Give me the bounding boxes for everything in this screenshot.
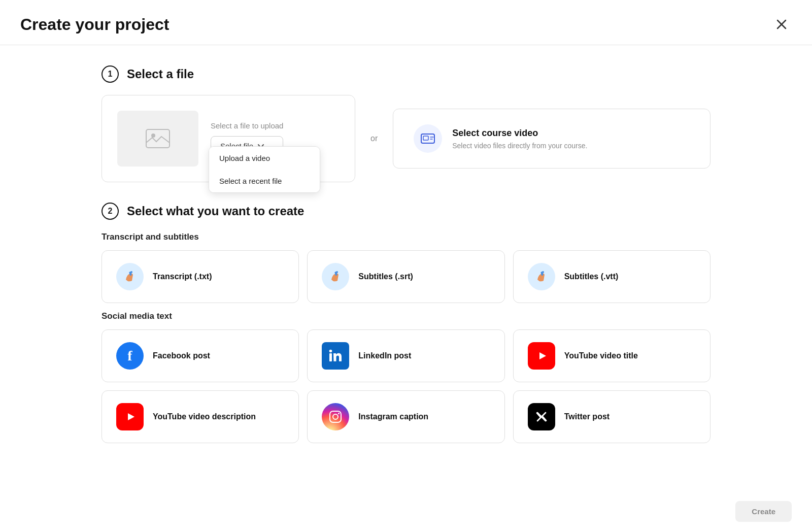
option-card-twitter-post[interactable]: Twitter post: [513, 390, 710, 443]
or-text: or: [370, 134, 378, 143]
svg-point-13: [336, 271, 338, 273]
svg-rect-17: [329, 353, 332, 361]
course-video-description: Select video files directly from your co…: [452, 142, 587, 150]
step-2-header: 2 Select what you want to create: [101, 203, 710, 220]
subtitles-vtt-icon: [528, 263, 555, 290]
course-video-card[interactable]: Select course video Select video files d…: [393, 109, 710, 169]
upload-card: Select a file to upload Select file Uplo…: [101, 95, 355, 182]
youtube-title-label: YouTube video title: [564, 351, 638, 360]
transcript-txt-icon: [116, 263, 144, 290]
create-button[interactable]: Create: [735, 501, 792, 522]
course-video-icon: [414, 124, 442, 153]
option-card-transcript-txt[interactable]: Transcript (.txt): [101, 250, 299, 303]
youtube-desc-label: YouTube video description: [153, 412, 256, 421]
step-2: 2 Select what you want to create Transcr…: [101, 203, 710, 443]
close-button[interactable]: [771, 14, 792, 35]
select-file-dropdown: Upload a video Select a recent file: [209, 146, 320, 193]
step-2-number: 2: [101, 203, 119, 220]
svg-rect-2: [146, 129, 170, 148]
svg-point-3: [151, 134, 155, 138]
svg-point-10: [130, 271, 132, 273]
image-placeholder: [117, 111, 198, 167]
facebook-icon: f: [116, 342, 144, 370]
linkedin-icon: [322, 342, 349, 370]
dialog-footer: Create: [715, 491, 812, 532]
option-card-youtube-desc[interactable]: YouTube video description: [101, 390, 299, 443]
svg-rect-5: [423, 136, 428, 140]
option-card-linkedin-post[interactable]: LinkedIn post: [307, 329, 504, 382]
dropdown-item-recent-file[interactable]: Select a recent file: [209, 170, 320, 192]
subtitles-srt-icon: [322, 263, 349, 290]
step-1: 1 Select a file Select a file to upload …: [101, 65, 710, 182]
transcript-section-label: Transcript and subtitles: [101, 232, 710, 242]
course-video-title: Select course video: [452, 128, 587, 139]
svg-point-25: [338, 413, 340, 414]
twitter-post-label: Twitter post: [564, 412, 610, 421]
instagram-icon: [322, 403, 349, 430]
option-card-subtitles-srt[interactable]: Subtitles (.srt): [307, 250, 504, 303]
social-media-section-label: Social media text: [101, 311, 710, 321]
svg-point-24: [333, 414, 338, 419]
option-card-facebook-post[interactable]: f Facebook post: [101, 329, 299, 382]
step-1-header: 1 Select a file: [101, 65, 710, 83]
file-selection-row: Select a file to upload Select file Uplo…: [101, 95, 710, 182]
step-1-number: 1: [101, 65, 119, 83]
svg-rect-23: [330, 411, 341, 422]
dropdown-item-upload-video[interactable]: Upload a video: [209, 147, 320, 170]
svg-point-16: [542, 271, 544, 273]
social-media-cards-grid-1: f Facebook post LinkedIn post: [101, 329, 710, 382]
youtube-title-icon: [528, 342, 555, 370]
course-video-text: Select course video Select video files d…: [452, 128, 587, 150]
main-content: 1 Select a file Select a file to upload …: [0, 45, 812, 484]
upload-label: Select a file to upload: [211, 121, 283, 130]
twitter-x-icon: [528, 403, 555, 430]
social-media-cards-grid-2: YouTube video description Instagram capt…: [101, 390, 710, 443]
instagram-caption-label: Instagram caption: [358, 412, 428, 421]
subtitles-srt-label: Subtitles (.srt): [358, 272, 413, 281]
option-card-youtube-title[interactable]: YouTube video title: [513, 329, 710, 382]
subtitles-vtt-label: Subtitles (.vtt): [564, 272, 619, 281]
course-video-svg-icon: [420, 131, 435, 146]
option-card-instagram-caption[interactable]: Instagram caption: [307, 390, 504, 443]
dialog-header: Create your project: [0, 0, 812, 45]
facebook-post-label: Facebook post: [153, 351, 210, 360]
step-1-title: Select a file: [127, 67, 194, 81]
transcript-cards-grid: Transcript (.txt) Subtitles (.srt): [101, 250, 710, 303]
linkedin-post-label: LinkedIn post: [358, 351, 411, 360]
option-card-subtitles-vtt[interactable]: Subtitles (.vtt): [513, 250, 710, 303]
page-title: Create your project: [20, 15, 169, 34]
svg-point-18: [329, 350, 332, 353]
transcript-txt-label: Transcript (.txt): [153, 272, 212, 281]
youtube-desc-icon: [116, 403, 144, 430]
step-2-title: Select what you want to create: [127, 204, 304, 218]
